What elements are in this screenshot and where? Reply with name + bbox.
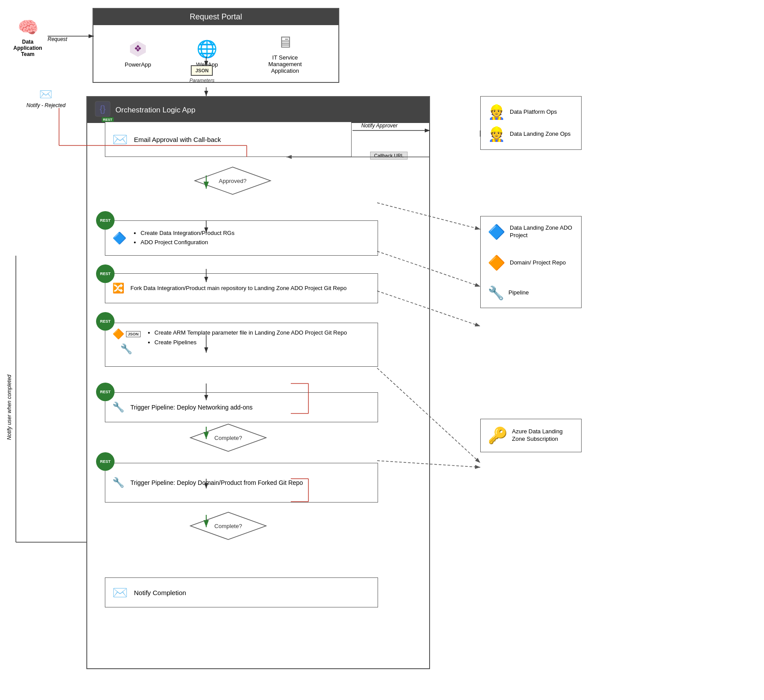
complete1-diamond-wrapper: Complete?: [189, 422, 268, 455]
complete2-diamond: Complete?: [189, 510, 268, 541]
data-platform-ops-label: Data Platform Ops: [510, 108, 557, 116]
data-landing-zone-ops-icon: 👷: [488, 126, 505, 142]
diagram-container: 🧠 Data Application Team Request Request …: [0, 0, 764, 700]
svg-text:Complete?: Complete?: [215, 435, 242, 441]
data-platform-ops-icon: 👷: [488, 104, 505, 120]
orchestration-header: {} REST Orchestration Logic App: [87, 97, 429, 123]
webapp-item: 🌐 WebApp: [196, 39, 218, 68]
step-4-box: 🔧 Trigger Pipeline: Deploy Networking ad…: [105, 392, 378, 422]
step-5-label: Trigger Pipeline: Deploy Domain/Product …: [130, 478, 303, 488]
email-approval-box: ✉️ Email Approval with Call-back: [105, 122, 352, 157]
ado-icon-1: 🔷: [112, 231, 126, 245]
data-landing-zone-ops-label: Data Landing Zone Ops: [510, 130, 571, 138]
notify-rejected-email-icon: ✉️: [39, 88, 52, 101]
svg-text:{}: {}: [100, 104, 106, 114]
step-1-label: Create Data Integration/Product RGs ADO …: [133, 229, 234, 248]
notify-approver-label: Notify Approver: [361, 123, 397, 129]
itsm-label: IT Service Management Application: [263, 54, 307, 74]
logic-app-icon: {}: [94, 101, 111, 117]
rest-badge-2: REST: [96, 264, 115, 283]
pipeline-icon: 🔧: [488, 285, 504, 301]
webapp-icon: 🌐: [197, 39, 217, 59]
ado-project-label: Data Landing Zone ADO Project: [510, 224, 574, 239]
step-3-item-1: Create ARM Template parameter file in La…: [155, 328, 347, 337]
request-portal-header: Request Portal: [93, 9, 338, 25]
right-panel-bot: 🔑 Azure Data Landing Zone Subscription: [480, 419, 582, 452]
request-arrow-label: Request: [48, 36, 67, 42]
ado-project-icon: 🔷: [488, 223, 505, 240]
data-team-icon: 🧠: [18, 18, 38, 37]
right-panel-top: 👷 Data Platform Ops 👷 Data Landing Zone …: [480, 96, 582, 150]
data-application-team: 🧠 Data Application Team: [8, 18, 48, 57]
email-approval-label: Email Approval with Call-back: [134, 136, 221, 143]
json-badge-step3: JSON: [126, 331, 141, 337]
notify-completion-icon: ✉️: [112, 585, 128, 600]
pipeline-icon-step3: 🔧: [120, 343, 132, 355]
pipeline-icon-5: 🔧: [112, 477, 124, 488]
domain-project-repo-item: 🔶 Domain/ Project Repo: [488, 254, 574, 271]
spacer: [488, 246, 574, 254]
data-team-label: Data Application Team: [8, 39, 48, 57]
fork-icon: 🔀: [112, 283, 124, 294]
step-5-box: 🔧 Trigger Pipeline: Deploy Domain/Produc…: [105, 463, 378, 503]
azure-subscription-icon: 🔑: [488, 426, 508, 445]
step-2-box: 🔀Fork Data Integration/Product main repo…: [105, 273, 378, 303]
notify-rejected-label: Notify - Rejected: [26, 102, 66, 108]
rest-badge-3: REST: [96, 312, 115, 331]
pipeline-item: 🔧 Pipeline: [488, 285, 574, 301]
complete1-diamond: Complete?: [189, 422, 268, 453]
step-1-item-1: Create Data Integration/Product RGs: [141, 229, 234, 238]
complete2-diamond-wrapper: Complete?: [189, 510, 268, 543]
azure-subscription-item: 🔑 Azure Data Landing Zone Subscription: [488, 426, 574, 445]
step-3-item-2: Create Pipelines: [155, 338, 347, 347]
rest-badge-1: REST: [96, 211, 115, 230]
azure-subscription-label: Azure Data Landing Zone Subscription: [512, 428, 574, 443]
powerapp-item: ❖ PowerApp: [125, 39, 151, 68]
step-2-text: Fork Data Integration/Product main repos…: [130, 284, 347, 293]
step-3-icons: 🔶 JSON 🔧: [112, 328, 141, 355]
json-params: JSON Parameters: [189, 65, 215, 83]
step-1-item-2: ADO Project Configuration: [141, 238, 234, 247]
notify-completion-box: ✉️ Notify Completion: [105, 577, 378, 607]
repo-icon: 🔶: [112, 328, 124, 340]
data-platform-ops-item: 👷 Data Platform Ops: [488, 104, 574, 120]
svg-text:Complete?: Complete?: [215, 523, 242, 529]
request-portal-box: Request Portal ❖ PowerApp 🌐 WebApp 🖥: [93, 8, 339, 83]
step-1-box: 🔷 Create Data Integration/Product RGs AD…: [105, 220, 378, 256]
callback-url-label: Callback URL: [370, 152, 408, 160]
orchestration-logic-app-box: {} REST Orchestration Logic App ✉️ Email…: [86, 96, 430, 669]
powerapp-icon: ❖: [128, 39, 148, 59]
pipeline-icon-4: 🔧: [112, 402, 124, 413]
powerapp-label: PowerApp: [125, 61, 151, 68]
step-4-label: Trigger Pipeline: Deploy Networking add-…: [130, 403, 252, 412]
pipeline-label: Pipeline: [508, 289, 529, 297]
spacer2: [488, 276, 574, 285]
data-landing-zone-ops-item: 👷 Data Landing Zone Ops: [488, 126, 574, 142]
rest-badge-5: REST: [96, 452, 115, 471]
request-portal-body: ❖ PowerApp 🌐 WebApp 🖥 IT Service Managem…: [93, 25, 338, 82]
svg-text:Approved?: Approved?: [219, 178, 247, 184]
approved-diamond-wrapper: Approved?: [193, 165, 272, 198]
email-icon: ✉️: [112, 132, 128, 147]
logic-app-icon-wrapper: {} REST: [94, 101, 111, 119]
domain-project-repo-label: Domain/ Project Repo: [510, 259, 566, 267]
itsm-item: 🖥 IT Service Management Application: [263, 33, 307, 74]
step-3-label: Create ARM Template parameter file in La…: [147, 328, 347, 347]
json-badge: JSON: [191, 65, 213, 76]
rest-badge-4: REST: [96, 383, 115, 401]
notify-rejected-section: ✉️ Notify - Rejected: [26, 88, 66, 108]
itsm-icon: 🖥: [277, 33, 293, 52]
domain-project-repo-icon: 🔶: [488, 254, 505, 271]
json-label: Parameters: [189, 78, 215, 83]
approved-diamond: Approved?: [193, 165, 272, 196]
step-3-box: 🔶 JSON 🔧 Create ARM Template parameter f…: [105, 323, 378, 367]
orchestration-title: Orchestration Logic App: [115, 106, 195, 115]
notify-user-label: Notify user when completed: [6, 375, 12, 440]
svg-text:❖: ❖: [134, 44, 142, 53]
notify-completion-label: Notify Completion: [134, 589, 186, 596]
right-panel-mid: 🔷 Data Landing Zone ADO Project 🔶 Domain…: [480, 216, 582, 308]
step-3-icon-row1: 🔶 JSON: [112, 328, 141, 340]
ado-project-item: 🔷 Data Landing Zone ADO Project: [488, 223, 574, 240]
